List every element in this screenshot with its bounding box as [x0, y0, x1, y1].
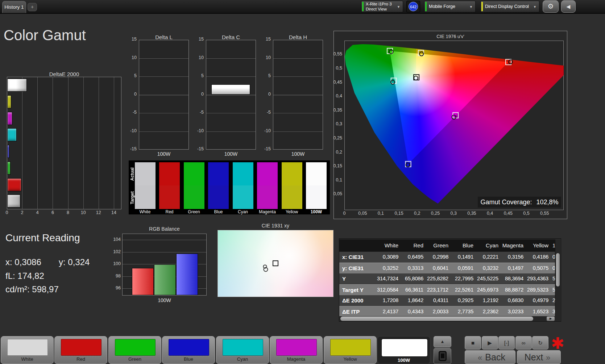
pattern-button-green[interactable]: Green — [108, 336, 161, 364]
cie-y-tick: 0,25 — [328, 135, 342, 141]
source-dropdown[interactable]: Mobile Forge ▼ — [424, 1, 476, 12]
delta-y-tick: 0 — [258, 92, 271, 97]
rgb-y-tick: 98 — [107, 273, 121, 279]
grid-line — [123, 240, 206, 240]
column-header-green: Green — [425, 242, 448, 248]
grid-line — [139, 76, 188, 77]
scrollbar-thumb[interactable] — [556, 253, 560, 286]
tab-history-1[interactable]: History 1 — [2, 1, 26, 13]
row-label: ΔE 2000 — [342, 297, 374, 304]
cell-value: 1,7208 — [375, 297, 398, 303]
cell-value: 0,1497 — [500, 265, 523, 271]
swatch-actual-blue — [208, 162, 229, 185]
cie-y-tick: 0,2 — [328, 150, 342, 155]
cie-y-tick: 0,5 — [328, 66, 342, 71]
delta-chart-xlabel: 100W — [139, 151, 189, 157]
cie-x-tick: 0,45 — [501, 211, 515, 216]
cell-value: 1,2192 — [475, 297, 498, 303]
delta-y-tick: 0 — [124, 92, 137, 97]
cell-value: 0,1491 — [450, 254, 473, 260]
gear-icon[interactable]: ⚙ — [543, 0, 559, 13]
delta-y-tick: -10 — [191, 128, 204, 133]
add-tab-button[interactable]: + — [28, 3, 37, 11]
display-status-strip — [481, 2, 483, 11]
stop-icon: ■ — [465, 336, 481, 349]
table-header-row: WhiteRedGreenBlueCyanMagentaYellow100W — [339, 239, 555, 252]
refresh-button[interactable]: ↻ — [532, 336, 548, 350]
display-dropdown[interactable]: Direct Display Control ▼ — [480, 1, 539, 12]
scroll-right-button[interactable]: ▶ — [547, 317, 555, 321]
pattern-window-button[interactable] — [434, 348, 451, 364]
cie-y-tick: 0,45 — [328, 80, 342, 85]
delta-y-tick: -10 — [258, 128, 271, 133]
grid-line — [206, 76, 256, 77]
delta-y-tick: 10 — [124, 55, 137, 60]
pattern-button-cyan[interactable]: Cyan — [216, 336, 269, 364]
scrollbar-thumb[interactable] — [340, 317, 533, 321]
pattern-size-button[interactable]: [-] — [498, 336, 515, 350]
pattern-label: 100W — [378, 357, 430, 363]
vertical-scrollbar[interactable] — [555, 239, 560, 316]
cell-value: 59 — [552, 276, 555, 281]
expand-up-button[interactable]: ▲ — [434, 336, 451, 347]
delta-chart-title: Delta H — [273, 34, 323, 40]
deltae-x-tick: 12 — [93, 210, 104, 215]
grid-line — [206, 113, 256, 113]
cie1931-title: CIE 1931 xy — [217, 223, 333, 229]
cell-value: 0,4311 — [425, 297, 448, 303]
grid-line — [83, 77, 84, 209]
cie1931-diagram — [217, 230, 333, 297]
horizontal-scrollbar[interactable]: ▶ — [340, 316, 560, 321]
rgb-bar-blue — [176, 254, 198, 295]
cell-value: 0,0591 — [450, 265, 473, 271]
stop-button[interactable]: ■ — [465, 336, 481, 350]
grid-line — [114, 77, 114, 209]
swatch-label: Blue — [206, 209, 231, 214]
swatch-actual-green — [184, 162, 204, 185]
delta-y-tick: -5 — [124, 110, 137, 115]
delta-y-tick: 15 — [258, 37, 271, 42]
grid-line — [206, 131, 256, 132]
column-header-cyan: Cyan — [475, 242, 498, 248]
swatch-label: White — [133, 209, 157, 214]
meter-dropdown[interactable]: X-Rite i1Pro 3 Direct View ▼ — [361, 1, 403, 12]
pattern-button-red[interactable]: Red — [54, 336, 107, 364]
deltae-bar-green — [7, 162, 11, 175]
swatch-target-red — [159, 185, 180, 209]
row-label: Target Y — [342, 287, 374, 293]
row-label: ΔE ITP — [342, 309, 374, 315]
pattern-button-100w[interactable]: 100W — [377, 336, 430, 364]
grid-line — [68, 77, 69, 209]
grid-line — [273, 113, 323, 113]
delta-y-tick: 15 — [191, 37, 204, 42]
delta-bar — [211, 84, 250, 95]
meter-count-badge[interactable]: 642 — [406, 1, 420, 12]
deltae-bar-white — [7, 194, 20, 208]
grid-line — [206, 95, 256, 95]
pattern-swatch — [115, 339, 156, 356]
cell-value: 59 — [552, 287, 555, 293]
pattern-swatch — [61, 339, 101, 356]
pattern-label: Red — [55, 356, 107, 362]
cell-value: 2,4137 — [375, 309, 398, 314]
cell-value: 0,3156 — [500, 254, 523, 260]
grid-line — [273, 95, 323, 95]
delta-y-tick: -5 — [191, 110, 204, 115]
column-header-yellow: Yellow — [525, 242, 548, 248]
pattern-button-white[interactable]: White — [1, 336, 54, 364]
back-button[interactable]: «Back — [465, 350, 515, 364]
cell-value: 0,2925 — [450, 297, 473, 303]
chevron-down-icon: ▼ — [533, 5, 536, 9]
loop-button[interactable]: ∞ — [515, 336, 532, 350]
pattern-button-blue[interactable]: Blue — [162, 336, 215, 364]
reading-x: x: 0,3086 — [5, 257, 41, 267]
swatch-actual-magenta — [257, 162, 278, 185]
rgb-y-tick: 100 — [107, 261, 121, 266]
pattern-button-yellow[interactable]: Yellow — [324, 336, 377, 364]
column-header-blue: Blue — [450, 242, 473, 248]
collapse-panel-button[interactable]: ◀ — [561, 0, 576, 13]
play-button[interactable]: ▶ — [482, 336, 498, 350]
pattern-label: Green — [109, 356, 161, 362]
grid-line — [206, 58, 256, 59]
pattern-button-magenta[interactable]: Magenta — [270, 336, 323, 364]
